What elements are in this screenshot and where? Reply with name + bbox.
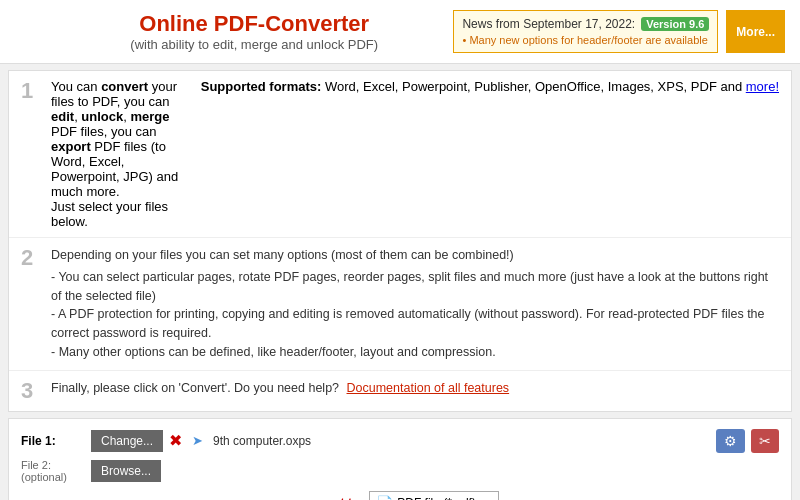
step-1-text: You can convert your files to PDF, you c… [51, 79, 191, 229]
file-type-icon: ➤ [192, 433, 203, 448]
pdf-option-label: PDF file (*.pdf) [397, 496, 476, 500]
step-2: 2 Depending on your files you can set ma… [9, 238, 791, 371]
pdf-format-select[interactable]: 📄 PDF file (*.pdf) ▼ [369, 491, 499, 500]
browse-button[interactable]: Browse... [91, 460, 161, 482]
header-title-block: Online PDF-Converter (with ability to ed… [130, 11, 378, 52]
step-3-number: 3 [21, 379, 41, 403]
merge-action-button[interactable]: ✂ [751, 429, 779, 453]
formats-link[interactable]: more! [746, 79, 779, 94]
change-button[interactable]: Change... [91, 430, 163, 452]
news-date: News from September 17, 2022: [462, 17, 635, 31]
news-bullet-text: Many new options for header/footer are a… [469, 34, 707, 46]
header: Online PDF-Converter (with ability to ed… [0, 0, 800, 64]
step-2-bullet-2: - A PDF protection for printing, copying… [51, 305, 779, 343]
file-1-label: File 1: [21, 434, 81, 448]
step-3: 3 Finally, please click on 'Convert'. Do… [9, 371, 791, 411]
file-section: File 1: Change... ✖ ➤ 9th computer.oxps … [8, 418, 792, 500]
step-3-content: Finally, please click on 'Convert'. Do y… [51, 379, 779, 398]
step-1-number: 1 [21, 79, 41, 103]
file-1-name: 9th computer.oxps [213, 434, 311, 448]
step-1-inner: You can convert your files to PDF, you c… [51, 79, 779, 229]
app-title: Online PDF-Converter [130, 11, 378, 37]
more-button[interactable]: More... [726, 10, 785, 53]
step-2-content: Depending on your files you can set many… [51, 246, 779, 362]
app-subtitle: (with ability to edit, merge and unlock … [130, 37, 378, 52]
steps-section: 1 You can convert your files to PDF, you… [8, 70, 792, 412]
convert-to-row: convert to: 📄 PDF file (*.pdf) ▼ [21, 491, 779, 500]
version-badge: Version 9.6 [641, 17, 709, 31]
file-2-label: File 2: (optional) [21, 459, 81, 483]
step-2-bullet-1: - You can select particular pages, rotat… [51, 268, 779, 306]
settings-action-button[interactable]: ⚙ [716, 429, 745, 453]
step-3-link[interactable]: Documentation of all features [347, 381, 510, 395]
news-box: News from September 17, 2022: Version 9.… [453, 10, 718, 53]
file-2-row: File 2: (optional) Browse... [21, 459, 779, 483]
step-1-formats: Supported formats: Word, Excel, Powerpoi… [201, 79, 779, 229]
step-2-bullet-3: - Many other options can be defined, lik… [51, 343, 779, 362]
step-2-title: Depending on your files you can set many… [51, 246, 779, 265]
file-1-row: File 1: Change... ✖ ➤ 9th computer.oxps … [21, 429, 779, 453]
formats-text: Word, Excel, Powerpoint, Publisher, Open… [325, 79, 742, 94]
step-3-text: Finally, please click on 'Convert'. Do y… [51, 381, 339, 395]
file-action-icons: ⚙ ✂ [716, 429, 779, 453]
dropdown-chevron-icon: ▼ [480, 496, 492, 500]
step-1: 1 You can convert your files to PDF, you… [9, 71, 791, 238]
delete-icon[interactable]: ✖ [169, 431, 182, 450]
convert-to-label: convert to: [301, 496, 363, 500]
pdf-icon: 📄 [376, 495, 393, 500]
news-bullet-icon: • [462, 34, 466, 46]
step-2-number: 2 [21, 246, 41, 270]
formats-label: Supported formats: [201, 79, 322, 94]
